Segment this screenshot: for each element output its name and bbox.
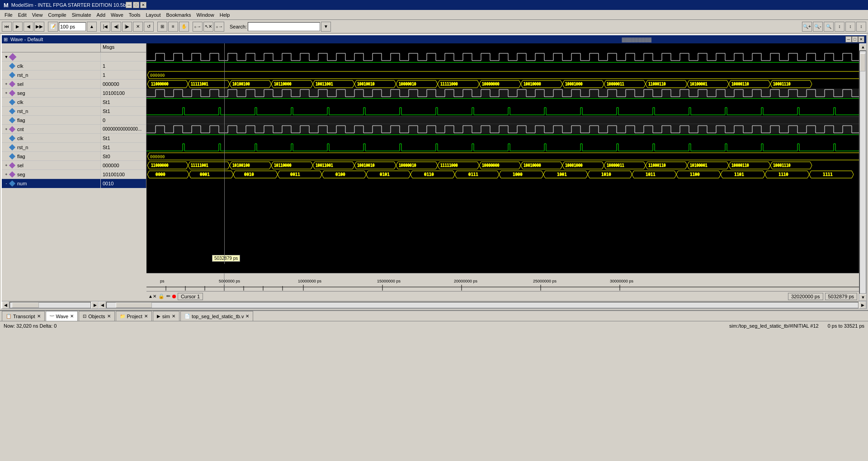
- tb-edit-btn[interactable]: 📝: [48, 22, 58, 32]
- signal-row[interactable]: clk St1: [2, 134, 146, 143]
- tab-file-close[interactable]: ✕: [245, 314, 249, 319]
- menu-compile[interactable]: Compile: [45, 11, 69, 19]
- tb-signal-btn[interactable]: ⬦→: [193, 22, 203, 32]
- tab-sim[interactable]: ▶ sim ✕: [153, 311, 179, 321]
- tab-transcript-close[interactable]: ✕: [37, 314, 41, 319]
- tb-restart-btn[interactable]: ⏮: [2, 22, 12, 32]
- sig-icon: [9, 62, 15, 69]
- signal-row-selected[interactable]: - num 0010: [2, 179, 146, 188]
- wave-close-btn[interactable]: ✕: [858, 36, 864, 42]
- signal-row[interactable]: + sel 000000: [2, 80, 146, 89]
- menu-add[interactable]: Add: [94, 11, 108, 19]
- menu-file[interactable]: File: [2, 11, 15, 19]
- svg-rect-42: [146, 98, 859, 107]
- tb-b5[interactable]: ↺: [144, 22, 154, 32]
- wave-min-btn[interactable]: □: [852, 36, 858, 42]
- wave-hscroll-thumb[interactable]: [116, 302, 152, 308]
- signal-row[interactable]: flag St0: [2, 152, 146, 161]
- signal-row[interactable]: rst_n St1: [2, 143, 146, 152]
- tab-wave-close[interactable]: ✕: [70, 314, 74, 319]
- menu-tools[interactable]: Tools: [126, 11, 143, 19]
- scroll-left-2-btn[interactable]: ◀: [99, 301, 106, 309]
- signal-row[interactable]: clk 1: [2, 61, 146, 71]
- tb-b7[interactable]: ≡: [168, 22, 178, 32]
- tab-sim-label: sim: [162, 314, 170, 319]
- expand-icon[interactable]: +: [4, 81, 9, 87]
- time-input[interactable]: [59, 22, 86, 31]
- expand-icon[interactable]: +: [4, 172, 9, 177]
- signal-row[interactable]: + sel 000000: [2, 161, 146, 170]
- expand-icon[interactable]: +: [4, 90, 9, 96]
- tab-objects[interactable]: ⊡ Objects ✕: [79, 311, 114, 321]
- zoom-in-btn[interactable]: 🔍+: [802, 22, 812, 32]
- zoom-out-btn[interactable]: 🔍-: [813, 22, 823, 32]
- menu-edit[interactable]: Edit: [15, 11, 29, 19]
- signal-value: 000000: [101, 80, 146, 88]
- menu-simulate[interactable]: Simulate: [69, 11, 94, 19]
- vscroll-down-btn[interactable]: ▼: [859, 294, 866, 301]
- zoom-full-btn[interactable]: 🔍: [824, 22, 834, 32]
- tb-z1[interactable]: ↕: [835, 22, 844, 32]
- sig-icon: [9, 171, 15, 177]
- status-bar: Now: 32,020 ns Delta: 0 sim:/top_seg_led…: [0, 321, 868, 330]
- scroll-right-2-btn[interactable]: ▶: [859, 301, 866, 309]
- tb-step-btn[interactable]: ▶▶: [34, 22, 44, 32]
- tab-sim-close[interactable]: ✕: [172, 314, 175, 319]
- waveform-display[interactable]: 000000 11000000 11111001 10100100: [146, 43, 859, 273]
- expand-icon[interactable]: +: [4, 163, 9, 168]
- sig-hscroll-track[interactable]: [9, 302, 91, 308]
- menu-layout[interactable]: Layout: [143, 11, 164, 19]
- tab-transcript[interactable]: 📋 Transcript ✕: [2, 311, 45, 321]
- tb-up-btn[interactable]: ▲: [87, 22, 97, 32]
- signal-row[interactable]: + seg 10100100: [2, 170, 146, 179]
- tb-b1[interactable]: |◀: [100, 22, 110, 32]
- wave-hscroll-track[interactable]: [106, 302, 859, 308]
- sig-hscroll-thumb[interactable]: [12, 302, 39, 308]
- signal-row[interactable]: clk St1: [2, 98, 146, 107]
- vscroll-track[interactable]: [859, 51, 866, 294]
- signal-row[interactable]: rst_n St1: [2, 107, 146, 116]
- tb-b3[interactable]: |▶: [122, 22, 132, 32]
- menu-window[interactable]: Window: [194, 11, 217, 19]
- maximize-button[interactable]: □: [133, 2, 139, 8]
- tb-run-btn[interactable]: ▶: [13, 22, 23, 32]
- expand-icon[interactable]: +: [4, 127, 9, 132]
- svg-text:10001000: 10001000: [565, 82, 583, 86]
- tb-b6[interactable]: ⊞: [157, 22, 167, 32]
- tb-b4[interactable]: ✕: [133, 22, 143, 32]
- search-dropdown-btn[interactable]: ▼: [321, 22, 331, 32]
- wave-titlebar: ⊞ Wave - Default ▓▓▓▓▓▓▓▓▓ ─ □ ✕: [2, 35, 866, 43]
- tab-objects-close[interactable]: ✕: [107, 314, 111, 319]
- tab-project[interactable]: 📁 Project ✕: [116, 311, 152, 321]
- tb-zoom-btn[interactable]: ⬦→: [214, 22, 224, 32]
- tb-cursor-btn[interactable]: ↖✕: [203, 22, 213, 32]
- minimize-button[interactable]: ─: [126, 2, 132, 8]
- close-button[interactable]: ✕: [140, 2, 146, 8]
- tab-wave[interactable]: 〰 Wave ✕: [46, 311, 78, 321]
- menu-help[interactable]: Help: [217, 11, 233, 19]
- vscroll-thumb[interactable]: [860, 53, 865, 71]
- wave-undock-btn[interactable]: ─: [845, 36, 852, 42]
- menu-bookmarks[interactable]: Bookmarks: [164, 11, 194, 19]
- vscroll-up-btn[interactable]: ▲: [859, 43, 866, 51]
- tb-b8[interactable]: ✋: [179, 22, 189, 32]
- signal-row[interactable]: + seg 10100100: [2, 89, 146, 98]
- tab-project-close[interactable]: ✕: [144, 314, 148, 319]
- scroll-right-1-btn[interactable]: ▶: [91, 301, 99, 309]
- signal-row[interactable]: ▼: [2, 52, 146, 61]
- tb-z2[interactable]: ↕: [845, 22, 855, 32]
- tab-file[interactable]: 📄 top_seg_led_static_tb.v ✕: [180, 311, 254, 321]
- search-input[interactable]: [248, 22, 320, 31]
- menu-view[interactable]: View: [29, 11, 46, 19]
- signal-row[interactable]: flag 0: [2, 116, 146, 125]
- signal-row[interactable]: + cnt 00000000000000...: [2, 125, 146, 134]
- tb-b2[interactable]: ◀|: [111, 22, 121, 32]
- scroll-left-btn[interactable]: ◀: [2, 301, 9, 309]
- tb-z3[interactable]: ↕: [856, 22, 866, 32]
- signal-row[interactable]: rst_n 1: [2, 71, 146, 80]
- tb-back-btn[interactable]: ◀: [24, 22, 33, 32]
- expand-icon[interactable]: -: [4, 181, 9, 186]
- svg-text:10011001: 10011001: [316, 82, 333, 86]
- menu-wave[interactable]: Wave: [108, 11, 126, 19]
- signal-value: St1: [101, 143, 146, 151]
